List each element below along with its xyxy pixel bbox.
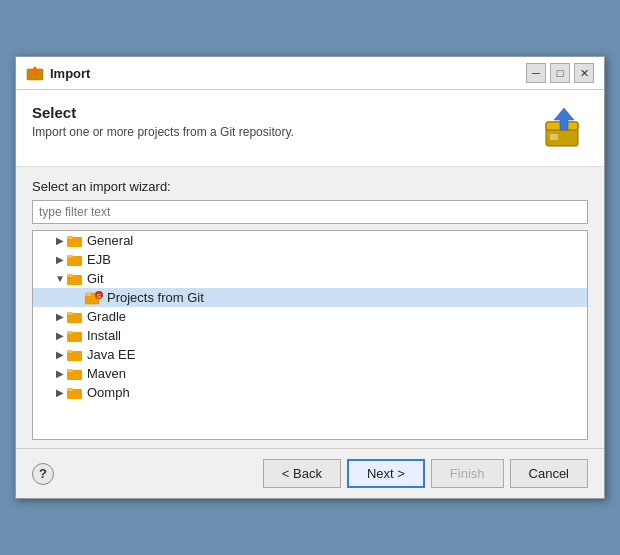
header-icon — [540, 104, 588, 152]
finish-button[interactable]: Finish — [431, 459, 504, 488]
folder-icon-maven — [67, 367, 83, 381]
expand-java-ee[interactable]: ▶ — [53, 348, 67, 362]
filter-label: Select an import wizard: — [32, 179, 588, 194]
expand-install[interactable]: ▶ — [53, 329, 67, 343]
expand-gradle[interactable]: ▶ — [53, 310, 67, 324]
svg-rect-8 — [67, 236, 73, 239]
folder-icon-ejb — [67, 253, 83, 267]
import-dialog: Import ─ □ ✕ Select Import one or more p… — [15, 56, 605, 499]
svg-rect-14 — [85, 293, 91, 296]
minimize-button[interactable]: ─ — [526, 63, 546, 83]
folder-icon-java-ee — [67, 348, 83, 362]
svg-text:G: G — [97, 293, 101, 299]
tree-container[interactable]: ▶ General ▶ EJB ▼ Git — [32, 230, 588, 440]
tree-item-install[interactable]: ▶ Install — [33, 326, 587, 345]
dialog-icon — [26, 64, 44, 82]
label-maven: Maven — [87, 366, 126, 381]
next-button[interactable]: Next > — [347, 459, 425, 488]
footer-left: ? — [32, 463, 54, 485]
svg-rect-5 — [550, 134, 558, 140]
expand-git[interactable]: ▼ — [53, 272, 67, 286]
label-git: Git — [87, 271, 104, 286]
expand-general[interactable]: ▶ — [53, 234, 67, 248]
help-button[interactable]: ? — [32, 463, 54, 485]
import-icon — [540, 104, 588, 152]
svg-rect-24 — [67, 369, 73, 372]
tree-item-maven[interactable]: ▶ Maven — [33, 364, 587, 383]
tree-item-java-ee[interactable]: ▶ Java EE — [33, 345, 587, 364]
footer-buttons: < Back Next > Finish Cancel — [263, 459, 588, 488]
label-projects-from-git: Projects from Git — [107, 290, 204, 305]
expand-ejb[interactable]: ▶ — [53, 253, 67, 267]
folder-icon-oomph — [67, 386, 83, 400]
footer-section: ? < Back Next > Finish Cancel — [16, 448, 604, 498]
cancel-button[interactable]: Cancel — [510, 459, 588, 488]
filter-input[interactable] — [32, 200, 588, 224]
label-oomph: Oomph — [87, 385, 130, 400]
folder-icon-git — [67, 272, 83, 286]
expand-maven[interactable]: ▶ — [53, 367, 67, 381]
expand-oomph[interactable]: ▶ — [53, 386, 67, 400]
tree-item-gradle[interactable]: ▶ Gradle — [33, 307, 587, 326]
header-description: Import one or more projects from a Git r… — [32, 125, 294, 139]
label-general: General — [87, 233, 133, 248]
tree-item-git[interactable]: ▼ Git — [33, 269, 587, 288]
title-bar: Import ─ □ ✕ — [16, 57, 604, 90]
label-gradle: Gradle — [87, 309, 126, 324]
svg-rect-18 — [67, 312, 73, 315]
git-projects-icon: G — [85, 291, 103, 305]
tree-item-projects-from-git[interactable]: ▶ G Projects from Git — [33, 288, 587, 307]
tree-item-general[interactable]: ▶ General — [33, 231, 587, 250]
tree-item-ejb[interactable]: ▶ EJB — [33, 250, 587, 269]
tree-item-oomph[interactable]: ▶ Oomph — [33, 383, 587, 402]
folder-icon-gradle — [67, 310, 83, 324]
maximize-button[interactable]: □ — [550, 63, 570, 83]
label-install: Install — [87, 328, 121, 343]
svg-rect-12 — [67, 274, 73, 277]
folder-icon-install — [67, 329, 83, 343]
header-heading: Select — [32, 104, 294, 121]
back-button[interactable]: < Back — [263, 459, 341, 488]
close-button[interactable]: ✕ — [574, 63, 594, 83]
svg-rect-26 — [67, 388, 73, 391]
svg-rect-10 — [67, 255, 73, 258]
svg-rect-22 — [67, 350, 73, 353]
title-bar-left: Import — [26, 64, 90, 82]
header-text: Select Import one or more projects from … — [32, 104, 294, 139]
header-section: Select Import one or more projects from … — [16, 90, 604, 167]
svg-rect-20 — [67, 331, 73, 334]
body-section: Select an import wizard: ▶ General ▶ EJB — [16, 167, 604, 448]
dialog-title: Import — [50, 66, 90, 81]
label-ejb: EJB — [87, 252, 111, 267]
title-controls: ─ □ ✕ — [526, 63, 594, 83]
folder-icon-general — [67, 234, 83, 248]
label-java-ee: Java EE — [87, 347, 135, 362]
